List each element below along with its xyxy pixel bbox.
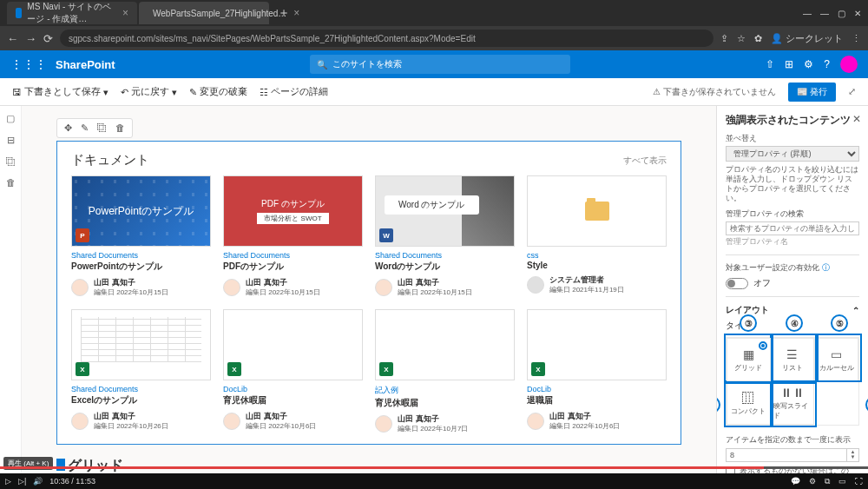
incognito-badge[interactable]: 👤 シークレット [771,32,843,45]
publish-button[interactable]: 📰 発行 [788,83,836,102]
card-library: Shared Documents [223,251,363,260]
audience-toggle[interactable]: オフ [726,277,859,289]
delete-icon[interactable]: 🗑 [6,177,16,188]
card-title: PDFのサンプル [223,261,363,273]
chevron-up-icon: ⌃ [852,306,859,315]
card-library: 記入例 [375,385,515,396]
document-card[interactable]: Word のサンプルWShared DocumentsWordのサンプル山田 真… [375,175,515,297]
back-icon[interactable]: ← [7,32,18,45]
avatar[interactable] [840,56,858,73]
close-icon[interactable]: × [122,7,128,19]
webpart-title[interactable]: ドキュメント [71,152,149,169]
new-tab-button[interactable]: ＋ [271,5,297,21]
layout-section-header[interactable]: レイアウト⌃ [726,304,859,316]
expand-icon[interactable]: ⤢ [848,86,856,97]
card-library: DocLib [223,385,363,393]
app-launcher-icon[interactable]: ⋮⋮⋮ [10,57,47,71]
document-card[interactable]: XDocLib退職届山田 真知子編集日 2022年10月6日 [527,309,667,433]
unsaved-warning: ⚠ 下書きが保存されていません [653,86,776,98]
document-card[interactable]: PPowerPointのサンプルShared DocumentsPowerPoi… [71,175,211,297]
close-icon[interactable]: ✕ [854,9,861,18]
settings-icon[interactable]: ⚙ [809,477,816,486]
see-all-link[interactable]: すべて表示 [623,155,667,167]
layout-picker: ▦グリッド ☰リスト ▭カルーセル ⿲コンパクト ⏸⏸映写スライド [726,337,859,426]
share-icon[interactable]: ⇪ [720,33,728,44]
cc-icon[interactable]: 💬 [791,477,800,486]
document-card[interactable]: XDocLib育児休暇届山田 真知子編集日 2022年10月6日 [223,309,363,433]
next-icon[interactable]: ▷| [18,477,26,486]
items-limit-input[interactable]: ▲▼ [726,448,859,462]
sort-label: 並べ替え [726,133,859,144]
forward-icon: → [25,32,36,45]
document-card[interactable]: XShared DocumentsExcelのサンプル山田 真知子編集日 202… [71,309,211,433]
avatar [527,276,544,294]
card-library: Shared Documents [71,251,211,260]
settings-icon[interactable]: ⚙ [804,58,813,70]
browser-tab[interactable]: WebPartsSample_27Highlighted…× [139,2,269,24]
share-icon[interactable]: ⇧ [766,58,774,70]
delete-icon[interactable]: 🗑 [115,122,125,134]
teams-icon[interactable]: ⊞ [785,58,793,70]
star-icon[interactable]: ☆ [737,33,746,44]
layout-option-list[interactable]: ☰リスト [771,338,815,381]
document-card[interactable]: PDF のサンプル市場分析と SWOTShared DocumentsPDFのサ… [223,175,363,297]
document-card[interactable]: X記入例育児休暇届山田 真知子編集日 2022年10月7日 [375,309,515,433]
minimize-icon[interactable]: — [820,9,829,18]
duplicate-icon[interactable]: ⿻ [97,122,107,134]
menu-icon[interactable]: ⋮ [852,33,861,44]
brand-label: SharePoint [56,58,115,71]
page-details-button[interactable]: ☷ ページの詳細 [260,86,328,98]
extensions-icon[interactable]: ✿ [754,33,762,44]
avatar [71,279,89,296]
avatar [223,279,240,296]
card-title: Excelのサンプル [71,394,211,406]
volume-icon[interactable]: 🔊 [33,477,43,486]
document-card[interactable]: cssStyleシステム管理者編集日 2021年11月19日 [527,175,667,297]
pip-icon[interactable]: ⧉ [825,477,830,486]
video-controls: ▷ ▷| 🔊 10:36 / 11:53 💬 ⚙ ⧉ ▭ ⛶ [0,473,868,489]
card-library: css [527,251,667,260]
section-icon[interactable]: ⊟ [7,135,15,146]
layout-option-grid[interactable]: ▦グリッド [727,338,771,381]
card-title: 育児休暇届 [375,397,515,409]
video-progress[interactable] [0,461,868,473]
move-icon[interactable]: ✥ [64,122,72,134]
url-input[interactable]: sgpcs.sharepoint.com/sites/ms_navi/SiteP… [60,30,713,47]
audience-label: 対象ユーザー設定の有効化 ⓘ [726,262,859,274]
copy-icon[interactable]: ⿻ [6,156,16,167]
maximize-icon[interactable]: ▢ [838,9,845,18]
pane-title: 強調表示されたコンテンツ [726,113,859,128]
highlighted-content-webpart[interactable]: ドキュメント すべて表示 PPowerPointのサンプルShared Docu… [56,141,681,445]
reload-icon[interactable]: ⟳ [43,32,53,45]
layout-option-carousel[interactable]: ▭カルーセル [814,338,858,381]
discard-button[interactable]: ✎ 変更の破棄 [189,86,247,98]
card-title: 退職届 [527,394,667,406]
layout-option-filmstrip[interactable]: ⏸⏸映写スライド [771,381,815,425]
avatar [527,413,544,430]
layout-option-compact[interactable]: ⿲コンパクト [727,381,771,425]
video-time: 10:36 / 11:53 [49,477,95,486]
fullscreen-icon[interactable]: ⛶ [855,477,863,486]
sort-select[interactable]: 管理プロパティ (昇順) [726,146,859,162]
edit-icon[interactable]: ✎ [81,122,89,134]
edit-icon[interactable]: ▢ [6,113,15,124]
items-limit-label: アイテムを指定の数まで一度に表示 [726,434,859,446]
close-icon[interactable]: ✕ [852,113,861,125]
play-icon[interactable]: ▷ [5,477,11,486]
theater-icon[interactable]: ▭ [838,477,846,486]
undo-button[interactable]: ↶ 元に戻す ▾ [121,86,177,98]
managed-prop-hint: 管理プロパティ名 [726,237,859,248]
card-title: PowerPointのサンプル [71,261,211,273]
avatar [223,413,240,430]
card-library: Shared Documents [71,385,211,393]
browser-tab[interactable]: MS Navi - サイトのページ - 作成資…× [7,2,137,24]
avatar [375,415,392,433]
page-canvas[interactable]: ✥ ✎ ⿻ 🗑 ドキュメント すべて表示 PPowerPointのサンプルSha… [22,106,716,489]
address-bar-row: ←→⟳ sgpcs.sharepoint.com/sites/ms_navi/S… [0,26,868,50]
save-draft-button[interactable]: 🖫 下書きとして保存 ▾ [12,86,108,98]
managed-prop-input[interactable] [726,221,859,235]
property-pane: ✕ 強調表示されたコンテンツ 並べ替え 管理プロパティ (昇順) プロパティ名の… [716,106,868,489]
help-icon[interactable]: ? [824,58,830,70]
card-title: Style [527,261,667,270]
site-search-input[interactable]: 🔍このサイトを検索 [310,55,570,74]
